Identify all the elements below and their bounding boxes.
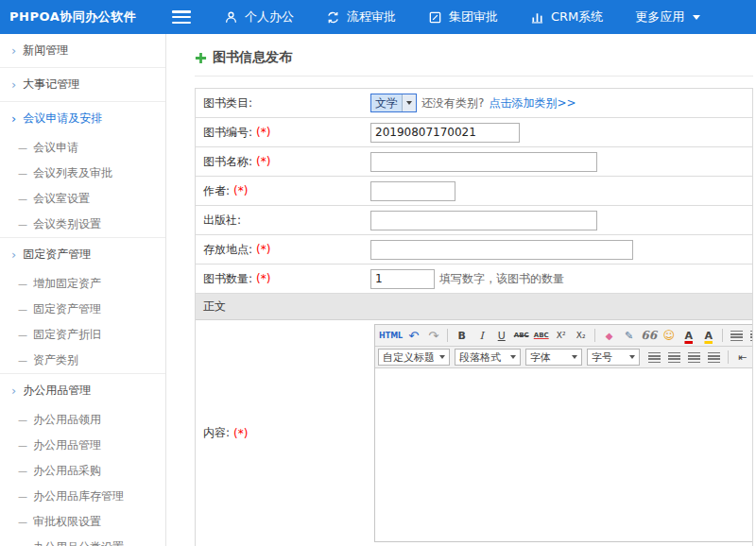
topbar: PHPOA协同办公软件 个人办公 流程审批 集团审批 CRM系统 xyxy=(0,0,756,34)
nav-group-approval[interactable]: 集团审批 xyxy=(412,0,514,34)
category-select[interactable]: 文学 xyxy=(370,94,417,112)
align-center-icon xyxy=(668,352,680,363)
align-right-icon xyxy=(688,352,700,363)
edit-square-icon xyxy=(428,10,442,25)
sidebar-subitem-meeting-category-settings[interactable]: — 会议类别设置 xyxy=(0,212,165,237)
field-label: 图书数量:(*) xyxy=(196,271,370,287)
italic-button[interactable]: I xyxy=(472,327,490,344)
category-select-value: 文学 xyxy=(371,94,402,111)
add-category-link[interactable]: 点击添加类别>> xyxy=(489,95,576,111)
quantity-input[interactable] xyxy=(370,269,435,289)
numbered-list-button[interactable] xyxy=(747,327,753,344)
nav-label: 集团审批 xyxy=(449,9,498,26)
chevron-right-icon: › xyxy=(11,78,16,91)
nav-more-apps[interactable]: 更多应用 xyxy=(619,0,716,34)
nav-crm-system[interactable]: CRM系统 xyxy=(514,0,619,34)
sidebar-subitem-fixed-asset-depreciation[interactable]: — 固定资产折旧 xyxy=(0,322,165,348)
chevron-down-icon xyxy=(439,355,445,359)
dash-icon: — xyxy=(18,330,27,340)
align-left-button[interactable] xyxy=(645,349,663,366)
paragraph-format-select[interactable]: 段落格式 xyxy=(455,349,521,366)
sidebar-subitem-supplies-management[interactable]: — 办公用品管理 xyxy=(0,433,165,458)
nav-workflow-approval[interactable]: 流程审批 xyxy=(310,0,412,34)
highlight-color-button[interactable]: A xyxy=(699,327,717,344)
sidebar-subitem-meeting-room-settings[interactable]: — 会议室设置 xyxy=(0,186,165,212)
sidebar-group-meeting: › 会议申请及安排 — 会议申请 — 会议列表及审批 — 会议室设置 — 会议类… xyxy=(0,102,165,238)
underline-button[interactable]: U xyxy=(492,327,510,344)
nav-label: 个人办公 xyxy=(245,9,294,26)
hamburger-menu-icon[interactable] xyxy=(172,10,191,24)
bullet-list-button[interactable] xyxy=(728,327,746,344)
emotion-button[interactable]: ☺ xyxy=(660,327,678,344)
nav-label: CRM系统 xyxy=(551,9,603,26)
sidebar-item-label: 大事记管理 xyxy=(23,77,79,93)
app-logo[interactable]: PHPOA协同办公软件 xyxy=(0,9,166,26)
sidebar-item-news-management[interactable]: › 新闻管理 xyxy=(0,34,165,67)
font-color-button[interactable]: A xyxy=(679,327,697,344)
superscript-button[interactable]: X² xyxy=(552,327,570,344)
sidebar-subitem-meeting-list-approval[interactable]: — 会议列表及审批 xyxy=(0,161,165,186)
redo-button[interactable]: ↷ xyxy=(424,327,442,344)
undo-button[interactable]: ↶ xyxy=(404,327,422,344)
sidebar-item-office-supplies-management[interactable]: › 办公用品管理 xyxy=(0,374,165,407)
sidebar-subitem-add-fixed-asset[interactable]: — 增加固定资产 xyxy=(0,271,165,297)
sidebar-subitem-fixed-asset-management[interactable]: — 固定资产管理 xyxy=(0,297,165,322)
spellcheck-button[interactable]: ABC xyxy=(532,327,550,344)
book-name-input[interactable] xyxy=(370,152,597,172)
book-code-input[interactable] xyxy=(370,123,520,143)
subscript-button[interactable]: X₂ xyxy=(572,327,590,344)
dash-icon: — xyxy=(18,491,27,502)
source-code-button[interactable]: HTML xyxy=(379,327,403,344)
required-marker: (*) xyxy=(256,243,270,256)
sidebar-item-memorabilia-management[interactable]: › 大事记管理 xyxy=(0,68,165,101)
top-nav: 个人办公 流程审批 集团审批 CRM系统 更多应用 xyxy=(208,0,716,34)
sidebar-group-office-supplies: › 办公用品管理 — 办公用品领用 — 办公用品管理 — 办公用品采购 — 办公… xyxy=(0,374,165,546)
chevron-right-icon: › xyxy=(11,44,16,57)
dash-icon: — xyxy=(18,517,27,527)
dash-icon: — xyxy=(18,415,27,425)
chevron-right-icon: › xyxy=(11,248,16,261)
author-input[interactable] xyxy=(370,181,455,201)
chevron-down-icon xyxy=(693,15,700,20)
main-content: 图书信息发布 图书类目: 文学 还没有类别? 点击添加类别>> 图书编号:(*) xyxy=(167,34,756,546)
editor-content-area[interactable] xyxy=(375,368,753,541)
sidebar-item-meeting-management[interactable]: › 会议申请及安排 xyxy=(0,102,165,135)
sidebar-subitem-meeting-apply[interactable]: — 会议申请 xyxy=(0,135,165,161)
eraser-button[interactable]: ◆ xyxy=(600,327,618,344)
bold-button[interactable]: B xyxy=(453,327,471,344)
dash-icon: — xyxy=(18,466,27,476)
publisher-input[interactable] xyxy=(370,211,597,230)
sidebar-subitem-supplies-claim[interactable]: — 办公用品领用 xyxy=(0,407,165,433)
font-size-select[interactable]: 字号 xyxy=(587,349,640,366)
chevron-down-icon xyxy=(629,355,635,359)
editor-toolbar-row1: HTML ↶ ↷ B I U ABC ABC X² X₂ ◆ ✎ xyxy=(375,325,753,347)
sidebar-item-fixed-assets-management[interactable]: › 固定资产管理 xyxy=(0,238,165,271)
field-label: 图书名称:(*) xyxy=(196,154,370,170)
form-row-quantity: 图书数量:(*) 填写数字，该图书的数量 xyxy=(196,264,752,294)
sidebar-subitem-supplies-inventory[interactable]: — 办公用品库存管理 xyxy=(0,484,165,509)
sidebar-subitem-supplies-category-settings[interactable]: — 办公用品分类设置 xyxy=(0,535,165,546)
nav-personal-office[interactable]: 个人办公 xyxy=(208,0,310,34)
nav-label: 流程审批 xyxy=(347,9,396,26)
location-input[interactable] xyxy=(370,240,633,260)
book-form: 图书类目: 文学 还没有类别? 点击添加类别>> 图书编号:(*) 图书名称:(… xyxy=(195,88,753,546)
strikethrough-button[interactable]: ABC xyxy=(512,327,530,344)
sidebar-subitem-label: 固定资产折旧 xyxy=(33,327,101,343)
form-row-location: 存放地点:(*) xyxy=(196,235,752,264)
required-marker: (*) xyxy=(233,184,248,197)
indent-decrease-button[interactable]: ⇤ xyxy=(733,349,751,366)
align-center-button[interactable] xyxy=(665,349,683,366)
sidebar-subitem-asset-category[interactable]: — 资产类别 xyxy=(0,348,165,373)
custom-title-select[interactable]: 自定义标题 xyxy=(378,349,450,366)
align-right-button[interactable] xyxy=(685,349,703,366)
align-left-icon xyxy=(648,352,661,363)
sidebar-subitem-approval-permission-settings[interactable]: — 审批权限设置 xyxy=(0,509,165,535)
align-justify-button[interactable] xyxy=(705,349,723,366)
format-painter-button[interactable]: ✎ xyxy=(620,327,638,344)
sidebar-subitem-supplies-purchase[interactable]: — 办公用品采购 xyxy=(0,458,165,484)
form-row-author: 作者:(*) xyxy=(196,177,752,206)
blockquote-button[interactable]: 66 xyxy=(640,327,658,344)
dash-icon: — xyxy=(18,219,27,230)
form-row-content: 内容:(*) HTML ↶ ↷ B I U ABC ABC X² xyxy=(196,320,752,546)
font-family-select[interactable]: 字体 xyxy=(525,349,582,366)
